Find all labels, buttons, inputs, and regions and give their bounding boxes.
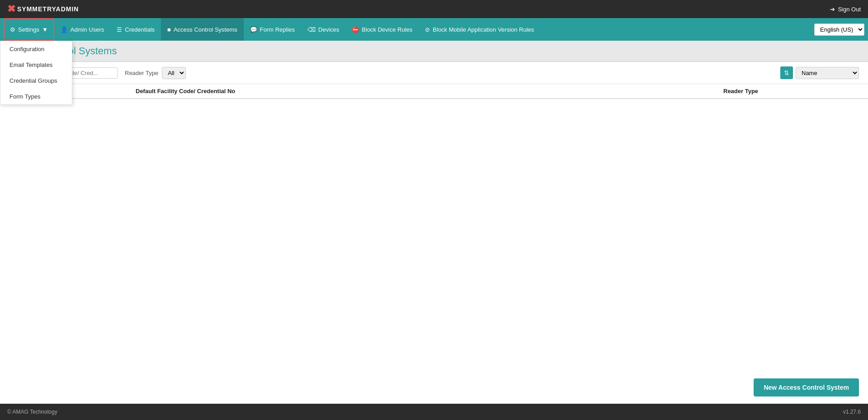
admin-users-icon: 👤	[61, 26, 68, 33]
form-replies-icon: 💬	[250, 26, 257, 33]
access-control-icon: ■	[167, 26, 171, 33]
devices-label: Devices	[318, 26, 339, 33]
page-title: Access Control Systems	[9, 45, 859, 57]
devices-icon: ⌫	[307, 26, 316, 33]
chevron-down-icon: ▼	[42, 26, 48, 33]
table-body	[0, 99, 868, 404]
nav-block-device[interactable]: ⛔ Block Device Rules	[345, 18, 419, 41]
dropdown-item-credential-groups[interactable]: Credential Groups	[0, 73, 72, 89]
block-device-icon: ⛔	[352, 26, 359, 33]
block-mobile-icon: ⊘	[425, 26, 430, 33]
page-content: Access Control Systems 🔍 Reader Type All…	[0, 41, 868, 404]
col-header-reader-type: Reader Type	[723, 88, 859, 94]
sort-icon: ⇅	[780, 66, 793, 79]
footer-copyright: © AMAG Technology	[7, 409, 57, 415]
nav-form-replies[interactable]: 💬 Form Replies	[244, 18, 301, 41]
form-replies-label: Form Replies	[260, 26, 295, 33]
dropdown-item-configuration[interactable]: Configuration	[0, 41, 72, 57]
admin-users-label: Admin Users	[71, 26, 104, 33]
nav-right: English (US)	[814, 24, 864, 36]
toolbar: 🔍 Reader Type All ⇅ Name	[0, 62, 868, 84]
footer: © AMAG Technology v1.27.6	[0, 404, 868, 420]
reader-type-select[interactable]: All	[162, 67, 186, 79]
block-mobile-label: Block Mobile Application Version Rules	[433, 26, 534, 33]
reader-type-label: Reader Type	[125, 70, 158, 76]
sort-control: ⇅ Name	[780, 66, 859, 79]
footer-version: v1.27.6	[843, 409, 861, 415]
nav-access-control[interactable]: ■ Access Control Systems	[161, 18, 244, 41]
logo-icon: ✖	[7, 3, 15, 15]
nav-block-mobile[interactable]: ⊘ Block Mobile Application Version Rules	[419, 18, 540, 41]
sign-out-icon: ➔	[830, 6, 835, 13]
top-bar: ✖ SYMMETRYADMIN ➔ Sign Out	[0, 0, 868, 18]
logo-text: SYMMETRYADMIN	[17, 5, 79, 13]
dropdown-item-form-types[interactable]: Form Types	[0, 89, 72, 104]
settings-dropdown: Configuration Email Templates Credential…	[0, 41, 72, 105]
sign-out-button[interactable]: ➔ Sign Out	[830, 6, 861, 13]
table-header: Name Default Facility Code/ Credential N…	[0, 84, 868, 99]
credentials-icon: ☰	[117, 26, 122, 33]
credentials-label: Credentials	[125, 26, 155, 33]
settings-menu[interactable]: ⚙ Settings ▼ Configuration Email Templat…	[4, 18, 54, 41]
logo: ✖ SYMMETRYADMIN	[7, 3, 79, 15]
new-access-control-button[interactable]: New Access Control System	[754, 378, 859, 396]
access-control-label: Access Control Systems	[174, 26, 237, 33]
language-select[interactable]: English (US)	[814, 24, 864, 36]
gear-icon: ⚙	[10, 26, 15, 33]
nav-admin-users[interactable]: 👤 Admin Users	[54, 18, 110, 41]
nav-bar: ⚙ Settings ▼ Configuration Email Templat…	[0, 18, 868, 41]
nav-devices[interactable]: ⌫ Devices	[301, 18, 345, 41]
settings-label: Settings	[18, 26, 39, 33]
sub-header: Access Control Systems	[0, 41, 868, 62]
nav-credentials[interactable]: ☰ Credentials	[110, 18, 161, 41]
col-header-facility: Default Facility Code/ Credential No	[136, 88, 723, 94]
dropdown-item-email-templates[interactable]: Email Templates	[0, 57, 72, 73]
sort-select[interactable]: Name	[796, 67, 859, 79]
block-device-label: Block Device Rules	[362, 26, 412, 33]
sign-out-label: Sign Out	[838, 6, 861, 13]
